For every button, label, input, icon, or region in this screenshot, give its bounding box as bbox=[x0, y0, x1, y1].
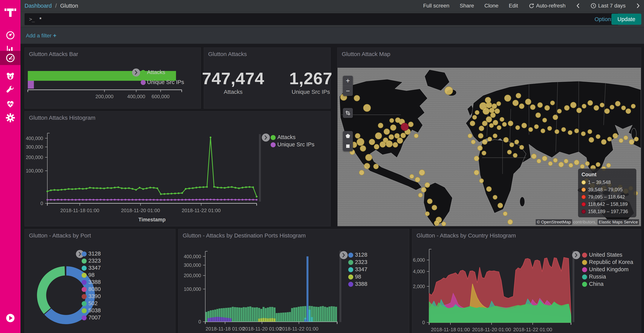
attack-bubble bbox=[375, 133, 382, 139]
legend-item-98[interactable]: 98 bbox=[355, 273, 361, 280]
time-back-button[interactable] bbox=[576, 3, 580, 9]
attack-bubble bbox=[594, 106, 599, 111]
legend-item-8080[interactable]: 8080 bbox=[88, 286, 101, 292]
map-legend-swatch bbox=[582, 180, 586, 185]
attack-bubble bbox=[432, 205, 437, 210]
legend-toggle-icon[interactable] bbox=[262, 134, 270, 142]
attack-bubble bbox=[622, 106, 626, 110]
edit-button[interactable]: Edit bbox=[509, 3, 518, 9]
legend-swatch bbox=[348, 282, 353, 287]
full-screen-button[interactable]: Full screen bbox=[423, 3, 450, 9]
legend-swatch bbox=[141, 80, 146, 85]
map-draw-rectangle-button[interactable] bbox=[343, 141, 353, 151]
legend-toggle-icon[interactable] bbox=[132, 69, 140, 77]
attack-bubble bbox=[485, 97, 491, 103]
share-button[interactable]: Share bbox=[460, 3, 474, 9]
map-legend-label: 1 – 39,548 bbox=[588, 180, 611, 185]
attack-bubble bbox=[537, 159, 541, 163]
legend-item-502[interactable]: 502 bbox=[88, 300, 98, 306]
attack-bubble bbox=[631, 104, 636, 108]
attack-bubble bbox=[596, 134, 600, 139]
legend-item-3347[interactable]: 3347 bbox=[355, 266, 368, 272]
legend-item-Attacks[interactable]: Attacks bbox=[277, 134, 296, 140]
map-attribution: © OpenStreetMap contributors, Elastic Ma… bbox=[536, 220, 639, 225]
legend-item-Unique Src IPs[interactable]: Unique Src IPs bbox=[277, 141, 314, 148]
sidebar-item-management[interactable] bbox=[0, 111, 20, 125]
sidebar-item-monitoring[interactable] bbox=[0, 97, 20, 111]
time-forward-button[interactable] bbox=[636, 3, 640, 9]
attack-bubble bbox=[395, 133, 400, 138]
breadcrumb-dashboard-link[interactable]: Dashboard bbox=[24, 3, 52, 9]
legend-item-United Kingdom[interactable]: United Kingdom bbox=[589, 266, 628, 272]
map-zoom-in-button[interactable]: + bbox=[343, 76, 353, 86]
legend-toggle-icon[interactable] bbox=[340, 251, 348, 259]
time-range-button[interactable]: Last 7 days bbox=[590, 3, 626, 9]
world-map[interactable]: + − Count 1 – 39,54839,548 – 79,09579,09… bbox=[338, 68, 641, 226]
attack-bubble bbox=[390, 125, 396, 130]
attack-bubble bbox=[478, 133, 483, 138]
sidebar-item-honeypot[interactable] bbox=[0, 70, 20, 83]
sidebar-item-discover[interactable] bbox=[0, 28, 20, 42]
attack-bubble bbox=[550, 101, 555, 105]
svg-text:2,000: 2,000 bbox=[413, 284, 425, 289]
legend-item-98[interactable]: 98 bbox=[88, 272, 94, 278]
legend-item-China[interactable]: China bbox=[589, 281, 604, 287]
attack-bubble bbox=[542, 156, 547, 161]
legend-item-Attacks[interactable]: Attacks bbox=[147, 69, 165, 75]
metric-label: Attacks bbox=[202, 89, 264, 95]
query-options-link[interactable]: Options bbox=[594, 16, 614, 23]
attack-bubble bbox=[634, 137, 638, 141]
attack-bubble bbox=[366, 154, 372, 161]
sidebar-item-dashboard[interactable] bbox=[0, 51, 20, 65]
legend-toggle-icon[interactable] bbox=[572, 251, 580, 259]
legend-item-Unique Src IPs[interactable]: Unique Src IPs bbox=[147, 79, 184, 85]
clock-icon bbox=[590, 3, 596, 9]
attack-bubble bbox=[508, 219, 513, 224]
legend-item-Russia[interactable]: Russia bbox=[589, 273, 606, 280]
clone-button[interactable]: Clone bbox=[484, 3, 498, 9]
metric-group: 747,474 Attacks 1,267 Unique Src IPs bbox=[204, 48, 330, 108]
attack-bubble bbox=[615, 101, 620, 106]
donut-slice-2323[interactable] bbox=[36, 266, 65, 314]
legend-divider bbox=[572, 251, 574, 322]
map-crop-button[interactable] bbox=[343, 108, 353, 118]
legend-item-7007[interactable]: 7007 bbox=[88, 314, 101, 321]
map-draw-polygon-button[interactable] bbox=[343, 131, 353, 141]
add-filter-button[interactable]: Add a filter + bbox=[26, 32, 56, 39]
legend-item-3390[interactable]: 3390 bbox=[88, 293, 101, 299]
panel-title: Glutton Attack Map bbox=[342, 51, 390, 57]
sidebar-collapse-button[interactable] bbox=[0, 311, 20, 325]
map-legend-swatch bbox=[582, 195, 586, 199]
sidebar-item-dev-tools[interactable] bbox=[0, 83, 20, 97]
legend-item-2323[interactable]: 2323 bbox=[88, 258, 101, 264]
map-attribution-link[interactable]: © OpenStreetMap bbox=[536, 219, 572, 225]
update-button[interactable]: Update bbox=[612, 14, 641, 25]
legend-item-3388[interactable]: 3388 bbox=[355, 281, 368, 287]
search-query-input[interactable]: >_ * Options bbox=[24, 13, 618, 25]
attack-bubble bbox=[378, 123, 383, 128]
map-legend-item: 1 – 39,548 bbox=[582, 180, 633, 185]
legend-item-3388[interactable]: 3388 bbox=[88, 279, 101, 285]
map-zoom-controls: + − bbox=[343, 76, 353, 96]
attack-bubble bbox=[355, 133, 360, 138]
tmobile-logo-icon[interactable] bbox=[0, 3, 20, 21]
map-attribution-link[interactable]: Elastic Maps Service bbox=[598, 219, 639, 225]
legend-item-3347[interactable]: 3347 bbox=[88, 265, 101, 271]
attack-bubble bbox=[354, 95, 360, 101]
attack-bubble bbox=[532, 154, 536, 159]
attack-bubble bbox=[470, 121, 475, 126]
map-zoom-out-button[interactable]: − bbox=[343, 86, 353, 96]
attack-bubble bbox=[581, 132, 585, 136]
legend-item-2323[interactable]: 2323 bbox=[355, 259, 368, 265]
attack-bubble bbox=[553, 158, 558, 162]
legend-item-3128[interactable]: 3128 bbox=[88, 250, 101, 257]
legend-item-United States[interactable]: United States bbox=[589, 252, 622, 258]
legend-item-Republic of Korea[interactable]: Republic of Korea bbox=[589, 259, 633, 265]
auto-refresh-button[interactable]: Auto-refresh bbox=[528, 3, 566, 9]
legend-item-5038[interactable]: 5038 bbox=[88, 307, 101, 314]
svg-text:2018-11-20 01:00: 2018-11-20 01:00 bbox=[472, 327, 511, 332]
legend-swatch bbox=[82, 308, 87, 313]
legend-item-3128[interactable]: 3128 bbox=[355, 252, 368, 258]
svg-text:200,000: 200,000 bbox=[96, 94, 114, 99]
attacks-bar-chart: 200,000400,000600,000 bbox=[25, 48, 201, 108]
